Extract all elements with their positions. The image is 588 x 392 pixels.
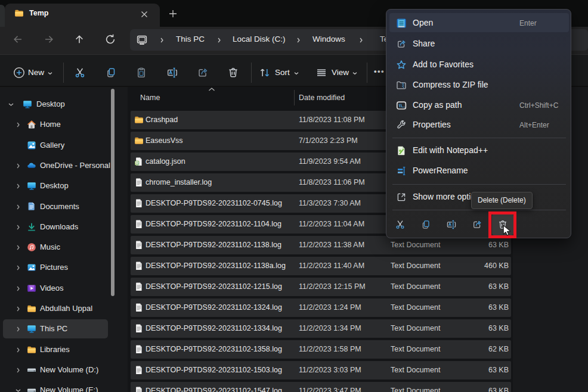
svg-text:{}: {} bbox=[136, 161, 138, 165]
